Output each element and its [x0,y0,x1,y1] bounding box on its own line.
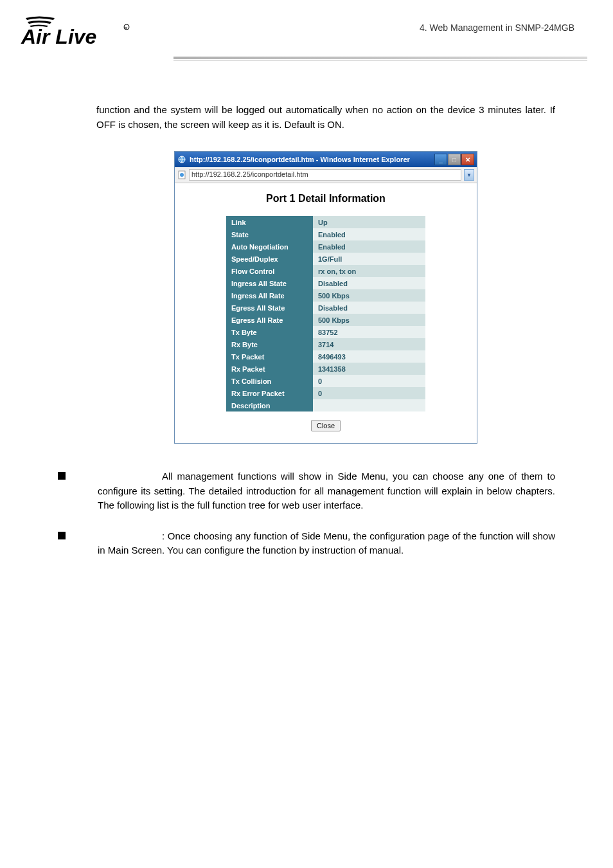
window-title: http://192.168.2.25/iconportdetail.htm -… [190,156,434,163]
table-row: Rx Byte3714 [226,338,425,350]
table-row: Auto NegotiationEnabled [226,240,425,253]
maximize-button[interactable]: □ [448,154,461,165]
title-bar: http://192.168.2.25/iconportdetail.htm -… [175,152,477,167]
ie-icon [177,155,186,164]
bullet-square-icon [58,472,66,480]
bullet-item: : Once choosing any function of Side Men… [96,529,555,558]
row-value: 83752 [313,326,425,338]
table-row: Egress All Rate500 Kbps [226,314,425,326]
bullet-text: All management functions will show in Si… [98,469,555,513]
page-icon [177,170,186,179]
row-value: Disabled [313,277,425,289]
close-window-button[interactable]: ✕ [461,154,474,165]
row-value: 0 [313,387,425,399]
row-label: Egress All Rate [226,314,313,326]
row-label: Tx Packet [226,350,313,363]
address-input[interactable]: http://192.168.2.25/iconportdetail.htm [189,169,461,181]
row-value: 8496493 [313,350,425,363]
ie-window: http://192.168.2.25/iconportdetail.htm -… [174,151,477,444]
row-value: 1G/Full [313,253,425,265]
logo: Air Live R [16,13,145,54]
row-label: Egress All State [226,302,313,314]
table-row: LinkUp [226,216,425,228]
svg-text:Air Live: Air Live [21,25,96,48]
port-detail-table: LinkUpStateEnabledAuto NegotiationEnable… [226,216,425,411]
row-label: Rx Byte [226,338,313,350]
table-row: Ingress All Rate500 Kbps [226,289,425,302]
intro-paragraph: function and the system will be logged o… [96,103,555,132]
address-bar: http://192.168.2.25/iconportdetail.htm ▼ [175,167,477,183]
table-row: Rx Packet1341358 [226,363,425,375]
row-label: Ingress All State [226,277,313,289]
svg-point-5 [180,173,184,177]
table-row: Rx Error Packet0 [226,387,425,399]
svg-text:R: R [125,26,128,30]
table-row: Description [226,399,425,411]
row-value: Enabled [313,240,425,253]
table-row: Speed/Duplex1G/Full [226,253,425,265]
row-label: Tx Byte [226,326,313,338]
minimize-button[interactable]: _ [434,154,447,165]
row-label: Speed/Duplex [226,253,313,265]
row-value: rx on, tx on [313,265,425,277]
row-label: Auto Negotiation [226,240,313,253]
close-button[interactable]: Close [311,420,341,431]
row-label: Description [226,399,313,411]
row-value: 500 Kbps [313,314,425,326]
bullet-square-icon [58,532,66,539]
header-breadcrumb: 4. Web Management in SNMP-24MGB [420,23,574,33]
row-value: 500 Kbps [313,289,425,302]
table-row: Flow Controlrx on, tx on [226,265,425,277]
row-value: 3714 [313,338,425,350]
table-row: Egress All StateDisabled [226,302,425,314]
row-label: Ingress All Rate [226,289,313,302]
address-dropdown[interactable]: ▼ [464,169,474,181]
table-row: Tx Collision0 [226,375,425,387]
row-value: Enabled [313,228,425,240]
bullet-text: : Once choosing any function of Side Men… [98,529,555,558]
row-value: 0 [313,375,425,387]
bullet-item: All management functions will show in Si… [96,469,555,513]
table-row: StateEnabled [226,228,425,240]
row-value: Up [313,216,425,228]
row-label: Link [226,216,313,228]
table-row: Ingress All StateDisabled [226,277,425,289]
row-value: Disabled [313,302,425,314]
table-row: Tx Byte83752 [226,326,425,338]
row-label: State [226,228,313,240]
table-row: Tx Packet8496493 [226,350,425,363]
port-detail-title: Port 1 Detail Information [175,193,477,204]
row-label: Tx Collision [226,375,313,387]
row-value [313,399,425,411]
row-label: Rx Error Packet [226,387,313,399]
row-label: Rx Packet [226,363,313,375]
row-value: 1341358 [313,363,425,375]
header-divider [173,57,587,61]
row-label: Flow Control [226,265,313,277]
